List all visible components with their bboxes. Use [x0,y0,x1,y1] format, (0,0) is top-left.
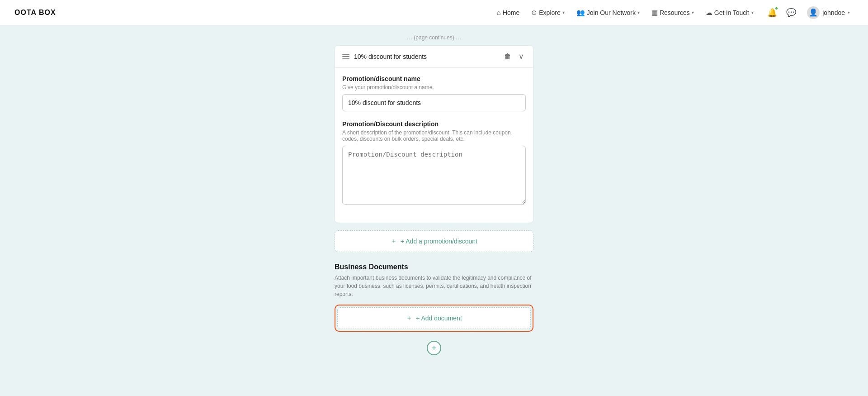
nav-explore-label: Explore [539,9,560,16]
explore-chevron-icon: ▾ [562,10,565,15]
discount-title: 10% discount for students [354,53,502,60]
page-body: … (page continues) … 10% discount for st… [0,0,868,396]
promo-name-label: Promotion/discount name [342,75,526,82]
nav-links: ⌂ Home ⊙ Explore ▾ 👥 Join Our Network ▾ … [492,6,758,19]
nav-resources-label: Resources [660,9,690,16]
discount-card-body: Promotion/discount name Give your promot… [335,68,533,223]
contact-chevron-icon: ▾ [751,10,754,15]
promo-name-hint: Give your promotion/discount a name. [342,84,526,91]
page-top-hint: … (page continues) … [335,34,533,41]
promo-description-textarea[interactable] [342,146,526,205]
drag-handle-icon[interactable] [342,54,349,59]
add-document-highlight-wrapper: ＋ + Add document [335,305,533,332]
add-promotion-button[interactable]: ＋ + Add a promotion/discount [335,230,533,252]
promo-description-label: Promotion/Discount description [342,120,526,128]
people-icon: 👥 [576,9,585,17]
business-docs-title: Business Documents [335,263,533,271]
discount-card: 10% discount for students 🗑 ∨ Promotion/… [335,45,533,223]
user-menu[interactable]: 👤 johndoe ▾ [803,5,854,21]
resources-icon: ▦ [651,9,658,17]
nav-home[interactable]: ⌂ Home [492,6,524,19]
delete-button[interactable]: 🗑 [502,52,513,61]
circle-add-button[interactable]: + [427,341,441,355]
promo-name-group: Promotion/discount name Give your promot… [342,75,526,111]
add-promotion-icon: ＋ [391,237,397,245]
business-docs-description: Attach important business documents to v… [335,274,533,298]
add-document-button[interactable]: ＋ + Add document [337,307,531,329]
brand-logo: OOTA BOX [14,9,56,17]
location-icon: ⊙ [531,9,537,17]
user-name-label: johndoe [822,9,845,16]
add-document-icon: ＋ [406,314,412,322]
collapse-button[interactable]: ∨ [517,52,526,61]
resources-chevron-icon: ▾ [692,10,694,15]
nav-contact[interactable]: ☁ Get in Touch ▾ [701,6,758,19]
chat-button[interactable]: 💬 [784,6,798,19]
nav-join-label: Join Our Network [587,9,636,16]
join-chevron-icon: ▾ [637,10,640,15]
user-chevron-icon: ▾ [848,10,850,15]
home-icon: ⌂ [497,9,501,16]
add-document-label: + Add document [416,315,462,322]
discount-card-header: 10% discount for students 🗑 ∨ [335,46,533,68]
promo-description-group: Promotion/Discount description A short d… [342,120,526,206]
nav-contact-label: Get in Touch [714,9,750,16]
nav-join-network[interactable]: 👥 Join Our Network ▾ [572,6,644,19]
navbar: OOTA BOX ⌂ Home ⊙ Explore ▾ 👥 Join Our N… [0,0,868,25]
nav-explore[interactable]: ⊙ Explore ▾ [527,6,569,19]
chat-icon: ☁ [706,9,712,17]
notification-dot [775,7,778,10]
add-promotion-label: + Add a promotion/discount [401,238,477,245]
avatar: 👤 [807,6,820,19]
nav-home-label: Home [503,9,519,16]
navbar-actions: 🔔 💬 👤 johndoe ▾ [765,5,854,21]
center-column: … (page continues) … 10% discount for st… [335,25,533,373]
bottom-partial: + [335,339,533,355]
notification-button[interactable]: 🔔 [765,6,779,19]
promo-description-hint: A short description of the promotion/dis… [342,129,526,142]
header-actions: 🗑 ∨ [502,52,526,61]
nav-resources[interactable]: ▦ Resources ▾ [647,6,698,19]
promo-name-input[interactable] [342,94,526,111]
